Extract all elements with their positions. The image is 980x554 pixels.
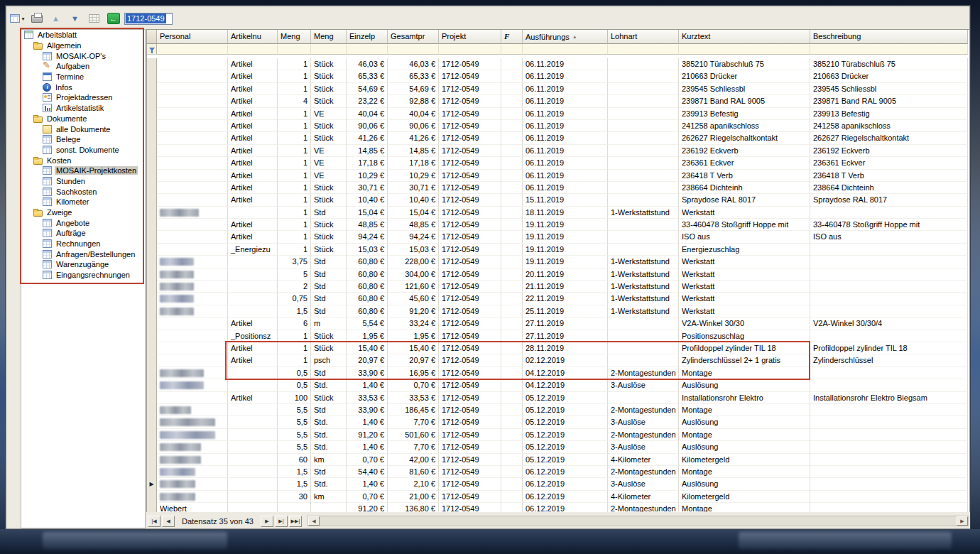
cell-einzelpreis[interactable]: 14,85 € xyxy=(347,145,388,157)
cell-personal[interactable] xyxy=(157,219,228,231)
filter-cell-personal[interactable] xyxy=(157,44,228,55)
cell-gesamtpreis[interactable]: 304,00 € xyxy=(388,268,439,281)
cell-beschreibung[interactable]: 239545 Schliessbl xyxy=(810,83,968,95)
cell-personal[interactable] xyxy=(157,454,228,466)
cell-kurztext[interactable]: Werkstatt xyxy=(679,256,810,268)
cell-ausfuehrung[interactable]: 02.12.2019 xyxy=(523,354,608,366)
cell-f[interactable] xyxy=(501,404,523,416)
cell-personal[interactable] xyxy=(157,132,228,144)
cell-personal[interactable] xyxy=(157,330,228,342)
cell-beschreibung[interactable] xyxy=(810,207,968,219)
cell-kurztext[interactable]: 210663 Drücker xyxy=(679,70,810,82)
cell-artikelnu[interactable] xyxy=(228,367,278,379)
cell-menge[interactable]: 0,5 xyxy=(278,379,311,391)
cell-f[interactable] xyxy=(501,219,523,231)
cell-projekt[interactable]: 1712-0549 xyxy=(439,354,501,366)
cell-projekt[interactable]: 1712-0549 xyxy=(439,83,501,95)
cell-lohnart[interactable]: 1-Werkstattstund xyxy=(608,305,679,317)
cell-projekt[interactable]: 1712-0549 xyxy=(439,441,501,453)
cell-beschreibung[interactable] xyxy=(810,466,968,478)
cell-ausfuehrung[interactable]: 06.11.2019 xyxy=(523,58,608,70)
cell-artikelnu[interactable]: Artikel xyxy=(228,231,278,243)
cell-artikelnu[interactable] xyxy=(228,207,278,219)
cell-f[interactable] xyxy=(501,83,523,95)
cell-kurztext[interactable]: Montage xyxy=(679,404,810,416)
cell-artikelnu[interactable]: Artikel xyxy=(228,83,278,95)
cell-ausfuehrung[interactable]: 06.12.2019 xyxy=(523,466,608,478)
sidebar-item-infos[interactable]: Infos xyxy=(21,82,145,92)
cell-menge[interactable]: 5,5 xyxy=(278,429,311,441)
cell-einheit[interactable]: km xyxy=(311,491,347,503)
cell-f[interactable] xyxy=(501,268,523,281)
sidebar-item-anfragen-bestellungen[interactable]: Anfragen/Bestellungen xyxy=(21,249,145,259)
cell-artikelnu[interactable]: _Energiezu xyxy=(228,244,278,256)
cell-ausfuehrung[interactable]: 06.11.2019 xyxy=(523,83,608,95)
cell-f[interactable] xyxy=(501,317,523,330)
cell-menge[interactable]: 1 xyxy=(278,83,311,95)
cell-beschreibung[interactable] xyxy=(810,429,968,441)
cell-gesamtpreis[interactable]: 15,40 € xyxy=(388,342,439,354)
cell-beschreibung[interactable] xyxy=(810,244,968,256)
cell-beschreibung[interactable]: 238664 Dichteinh xyxy=(810,182,968,194)
cell-lohnart[interactable] xyxy=(608,120,679,132)
cell-personal[interactable] xyxy=(157,478,228,490)
cell-artikelnu[interactable] xyxy=(228,281,278,293)
cell-personal[interactable] xyxy=(157,108,228,120)
move-up-button[interactable]: ▲ xyxy=(48,11,64,26)
sidebar-item-aufträge[interactable]: Aufträge xyxy=(21,228,145,239)
sidebar-item-mosaik-op-s[interactable]: MOSAIK-OP's xyxy=(21,50,145,61)
cell-menge[interactable]: 5,5 xyxy=(278,416,311,428)
column-header-projekt[interactable]: Projekt xyxy=(439,30,501,44)
cell-lohnart[interactable] xyxy=(608,392,679,404)
cell-gesamtpreis[interactable]: 7,70 € xyxy=(388,416,439,428)
cell-beschreibung[interactable]: V2A-Winkel 30/30/4 xyxy=(810,317,968,330)
cell-beschreibung[interactable]: 236418 T Verb xyxy=(810,170,968,182)
cell-f[interactable] xyxy=(501,491,523,503)
column-header-ausfuehrung[interactable]: Ausführungs▲ xyxy=(523,30,608,44)
cell-menge[interactable]: 1 xyxy=(278,342,311,354)
cell-ausfuehrung[interactable]: 27.11.2019 xyxy=(523,330,608,342)
cell-beschreibung[interactable] xyxy=(810,367,968,379)
cell-einzelpreis[interactable]: 15,40 € xyxy=(347,342,388,354)
cell-menge[interactable]: 1 xyxy=(278,70,311,82)
cell-beschreibung[interactable] xyxy=(810,268,968,281)
cell-gesamtpreis[interactable]: 186,45 € xyxy=(388,404,439,416)
cell-kurztext[interactable]: Werkstatt xyxy=(679,268,810,281)
cell-f[interactable] xyxy=(501,157,523,169)
cell-einheit[interactable]: km xyxy=(311,454,347,466)
cell-personal[interactable] xyxy=(157,281,228,293)
cell-menge[interactable]: 1,5 xyxy=(278,466,311,478)
cell-kurztext[interactable]: 238664 Dichteinh xyxy=(679,182,810,194)
cell-lohnart[interactable]: 3-Auslöse xyxy=(608,416,679,428)
cell-einzelpreis[interactable]: 1,40 € xyxy=(347,379,388,391)
cell-einheit[interactable]: VE xyxy=(311,157,347,169)
cell-gesamtpreis[interactable]: 10,40 € xyxy=(388,194,439,206)
cell-artikelnu[interactable] xyxy=(228,478,278,490)
cell-einzelpreis[interactable]: 30,71 € xyxy=(347,182,388,194)
cell-personal[interactable] xyxy=(157,305,228,317)
cell-einheit[interactable]: Stück xyxy=(311,392,347,404)
cell-lohnart[interactable] xyxy=(608,95,679,107)
cell-lohnart[interactable]: 2-Montagestunden xyxy=(608,466,679,478)
cell-gesamtpreis[interactable]: 46,03 € xyxy=(388,58,439,70)
cell-einzelpreis[interactable]: 33,90 € xyxy=(347,404,388,416)
cell-kurztext[interactable]: 236361 Eckver xyxy=(679,157,810,169)
cell-personal[interactable] xyxy=(157,157,228,169)
cell-projekt[interactable]: 1712-0549 xyxy=(439,268,501,281)
cell-kurztext[interactable]: Auslösung xyxy=(679,441,810,453)
cell-kurztext[interactable]: 236192 Eckverb xyxy=(679,145,810,157)
cell-menge[interactable]: 1 xyxy=(278,207,311,219)
cell-gesamtpreis[interactable]: 42,00 € xyxy=(388,454,439,466)
cell-lohnart[interactable]: 1-Werkstattstund xyxy=(608,256,679,268)
cell-ausfuehrung[interactable]: 21.11.2019 xyxy=(523,281,608,293)
cell-beschreibung[interactable]: 236192 Eckverb xyxy=(810,145,968,157)
cell-artikelnu[interactable]: Artikel xyxy=(228,145,278,157)
cell-einzelpreis[interactable]: 1,40 € xyxy=(347,478,388,490)
cell-kurztext[interactable]: Werkstatt xyxy=(679,293,810,305)
cell-f[interactable] xyxy=(501,244,523,256)
cell-kurztext[interactable]: Positionszuschlag xyxy=(679,330,810,342)
cell-ausfuehrung[interactable]: 06.12.2019 xyxy=(523,478,608,490)
cell-lohnart[interactable] xyxy=(608,157,679,169)
cell-f[interactable] xyxy=(501,145,523,157)
cell-einzelpreis[interactable]: 5,54 € xyxy=(347,317,388,330)
